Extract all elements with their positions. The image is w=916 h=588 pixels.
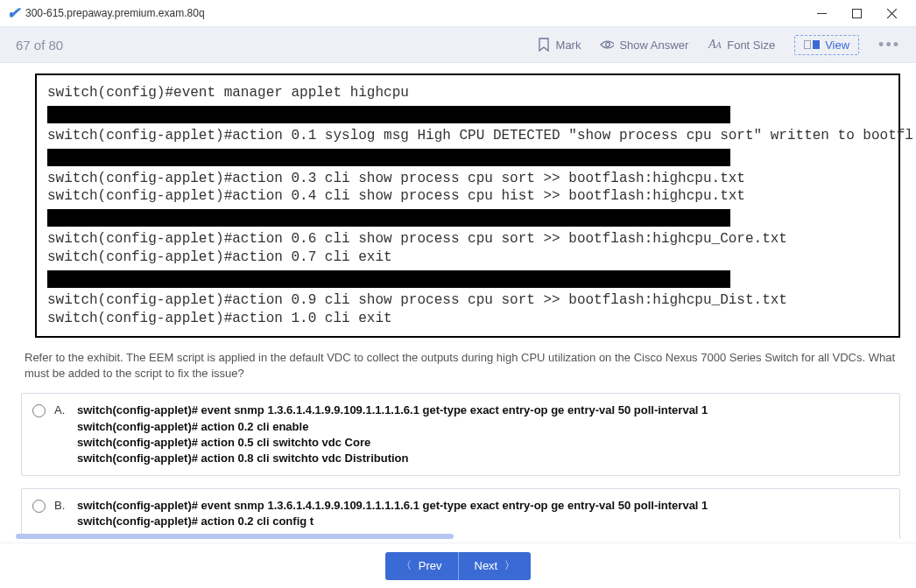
maximize-icon [852, 9, 862, 18]
option-letter: A. [54, 403, 68, 416]
font-size-icon: AA [708, 38, 722, 52]
radio-icon [32, 404, 46, 417]
toolbar: 67 of 80 Mark Show Answer AA Font Size V… [0, 26, 916, 63]
option-text: switch(config-applet)# event snmp 1.3.6.… [77, 402, 708, 466]
close-button[interactable] [874, 1, 909, 25]
option-text: switch(config-applet)# event snmp 1.3.6.… [77, 498, 708, 539]
radio-icon [32, 500, 46, 513]
answer-option[interactable]: B.switch(config-applet)# event snmp 1.3.… [21, 488, 900, 539]
exhibit-line: switch(config-applet)#action 0.9 cli sho… [47, 291, 897, 310]
close-icon [887, 9, 897, 18]
content-area: switch(config)#event manager applet high… [0, 63, 916, 539]
redacted-bar [47, 270, 730, 288]
svg-point-2 [606, 43, 610, 47]
option-letter: B. [54, 499, 68, 512]
redacted-bar [47, 209, 730, 227]
horizontal-scrollbar[interactable] [16, 534, 454, 539]
exhibit-line: switch(config-applet)#action 0.7 cli exi… [47, 248, 897, 267]
window-controls [804, 1, 909, 25]
answer-option[interactable]: A.switch(config-applet)# event snmp 1.3.… [21, 393, 900, 476]
mark-label: Mark [556, 38, 581, 52]
titlebar: ✔ 300-615.prepaway.premium.exam.80q [0, 0, 916, 26]
exhibit-line: switch(config-applet)#action 0.6 cli sho… [47, 230, 897, 248]
options-list: A.switch(config-applet)# event snmp 1.3.… [21, 393, 900, 539]
scroll-area[interactable]: switch(config)#event manager applet high… [2, 68, 914, 539]
minimize-button[interactable] [804, 1, 839, 25]
chevron-right-icon: 〉 [504, 558, 515, 573]
window-title: 300-615.prepaway.premium.exam.80q [25, 7, 804, 19]
font-size-label: Font Size [727, 38, 775, 52]
view-label: View [825, 38, 849, 52]
more-button[interactable]: ••• [878, 36, 900, 54]
exhibit-line: switch(config-applet)#action 0.3 cli sho… [47, 170, 897, 188]
next-label: Next [475, 559, 498, 572]
question-counter: 67 of 80 [16, 38, 537, 52]
bookmark-icon [537, 38, 551, 52]
next-button[interactable]: Next 〉 [459, 552, 532, 580]
show-answer-button[interactable]: Show Answer [600, 38, 688, 52]
exhibit-line: switch(config-applet)#action 1.0 cli exi… [47, 310, 897, 328]
prev-label: Prev [419, 559, 442, 572]
nav-bar: 〈 Prev Next 〉 [0, 542, 916, 588]
font-size-button[interactable]: AA Font Size [708, 38, 775, 52]
chevron-left-icon: 〈 [401, 558, 412, 573]
redacted-bar [47, 106, 730, 123]
prev-button[interactable]: 〈 Prev [385, 552, 459, 580]
show-answer-label: Show Answer [619, 38, 688, 52]
maximize-button[interactable] [839, 1, 874, 25]
question-text: Refer to the exhibit. The EEM script is … [25, 350, 897, 381]
mark-button[interactable]: Mark [537, 38, 581, 52]
svg-rect-0 [817, 13, 827, 14]
redacted-bar [47, 149, 730, 166]
exhibit-line: switch(config-applet)#action 0.1 syslog … [47, 127, 897, 145]
exhibit-line: switch(config-applet)#action 0.4 cli sho… [47, 187, 897, 206]
svg-rect-1 [852, 9, 861, 18]
view-icon [804, 40, 820, 49]
app-icon: ✔ [7, 4, 20, 23]
view-button[interactable]: View [794, 35, 859, 55]
minimize-icon [817, 13, 827, 14]
exhibit-box: switch(config)#event manager applet high… [35, 74, 900, 338]
eye-icon [600, 38, 614, 52]
exhibit-line: switch(config)#event manager applet high… [47, 84, 897, 102]
